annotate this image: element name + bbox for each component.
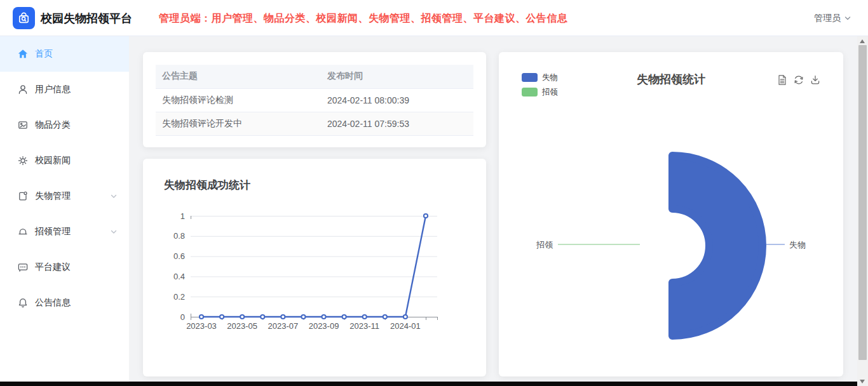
announcement-topic: 失物招领评论开发中 xyxy=(156,112,321,135)
top-header: 校园失物招领平台 管理员端：用户管理、物品分类、校园新闻、失物管理、招领管理、平… xyxy=(0,0,868,36)
sidebar-item-label: 用户信息 xyxy=(35,84,71,95)
svg-text:0.4: 0.4 xyxy=(173,272,185,281)
table-row[interactable]: 失物招领评论开发中 2024-02-11 07:59:53 xyxy=(156,112,473,135)
pie-label-lost: 失物 xyxy=(789,240,806,250)
announcement-time: 2024-02-11 07:59:53 xyxy=(321,112,473,135)
user-menu-label: 管理员 xyxy=(814,13,841,24)
pie-slice-lost[interactable] xyxy=(672,156,763,336)
chevron-down-icon xyxy=(110,228,118,236)
svg-text:2023-07: 2023-07 xyxy=(268,321,299,331)
scrollbar-thumb[interactable] xyxy=(858,45,867,360)
lost-found-bag-icon xyxy=(17,11,31,25)
app-logo xyxy=(13,7,35,29)
svg-text:0: 0 xyxy=(180,312,185,322)
column-header-time: 发布时间 xyxy=(321,65,473,88)
svg-text:1: 1 xyxy=(180,211,185,221)
svg-text:2023-09: 2023-09 xyxy=(309,321,339,331)
home-icon xyxy=(17,48,29,60)
svg-text:0.2: 0.2 xyxy=(173,292,185,302)
news-icon xyxy=(17,155,29,166)
svg-text:2023-11: 2023-11 xyxy=(349,321,379,331)
sidebar-item-campus-news[interactable]: 校园新闻 xyxy=(0,143,129,178)
sidebar-item-item-category[interactable]: 物品分类 xyxy=(0,107,129,143)
vertical-scrollbar[interactable] xyxy=(857,36,868,386)
scroll-up-arrow[interactable] xyxy=(860,39,865,43)
announcement-time: 2024-02-11 08:00:39 xyxy=(321,88,473,112)
sidebar-item-lost-management[interactable]: 失物管理 xyxy=(0,178,129,214)
sidebar-item-found-management[interactable]: 招领管理 xyxy=(0,214,129,250)
lost-items-icon xyxy=(17,190,29,202)
svg-text:2023-03: 2023-03 xyxy=(186,321,217,331)
announcement-topic: 失物招领评论检测 xyxy=(156,88,321,112)
success-stats-line-chart[interactable]: 00.20.40.60.812023-032023-052023-072023-… xyxy=(143,159,486,376)
pie-label-found: 招领 xyxy=(536,240,553,250)
category-icon xyxy=(17,119,29,131)
user-menu[interactable]: 管理员 xyxy=(814,13,851,24)
scroll-down-arrow[interactable] xyxy=(860,380,865,383)
svg-text:2023-05: 2023-05 xyxy=(227,321,257,331)
page-title: 校园失物招领平台 xyxy=(41,11,132,26)
found-items-icon xyxy=(17,226,29,237)
pie-chart-card: 失物招领统计 失物 招领 xyxy=(499,52,843,376)
sidebar-item-user-info[interactable]: 用户信息 xyxy=(0,72,129,107)
announcement-table: 公告主题 发布时间 失物招领评论检测 2024-02-11 08:00:39 失… xyxy=(156,65,473,136)
sidebar-nav: 首页 用户信息 物品分类 校园新闻 失物管理 xyxy=(0,36,129,382)
table-row[interactable]: 失物招领评论检测 2024-02-11 08:00:39 xyxy=(156,88,473,112)
chevron-down-icon xyxy=(110,192,118,200)
column-header-topic: 公告主题 xyxy=(156,65,321,88)
suggestion-icon xyxy=(17,262,29,273)
sidebar-item-label: 公告信息 xyxy=(35,297,71,309)
announcement-card: 公告主题 发布时间 失物招领评论检测 2024-02-11 08:00:39 失… xyxy=(143,52,486,147)
lost-found-rose-pie-chart[interactable]: 失物 招领 xyxy=(499,52,843,376)
sidebar-item-label: 招领管理 xyxy=(35,226,71,237)
sidebar-item-label: 失物管理 xyxy=(35,190,71,202)
sidebar-item-label: 物品分类 xyxy=(35,119,71,131)
sidebar-item-label: 校园新闻 xyxy=(35,155,71,166)
svg-text:2024-01: 2024-01 xyxy=(390,321,421,331)
sidebar-item-notice-info[interactable]: 公告信息 xyxy=(0,285,129,321)
notice-icon xyxy=(17,297,29,309)
sidebar-item-label: 平台建议 xyxy=(35,262,71,273)
chevron-down-icon xyxy=(844,15,851,22)
admin-banner: 管理员端：用户管理、物品分类、校园新闻、失物管理、招领管理、平台建议、公告信息 xyxy=(159,12,568,25)
window-bottom-bar xyxy=(0,382,868,386)
line-chart-card: 失物招领成功统计 00.20.40.60.812023-032023-05202… xyxy=(143,159,486,376)
sidebar-item-platform-suggestion[interactable]: 平台建议 xyxy=(0,250,129,285)
user-icon xyxy=(17,84,29,95)
svg-text:0.6: 0.6 xyxy=(173,251,185,261)
svg-text:0.8: 0.8 xyxy=(173,231,185,241)
sidebar-item-label: 首页 xyxy=(35,48,53,60)
sidebar-item-home[interactable]: 首页 xyxy=(0,36,129,72)
